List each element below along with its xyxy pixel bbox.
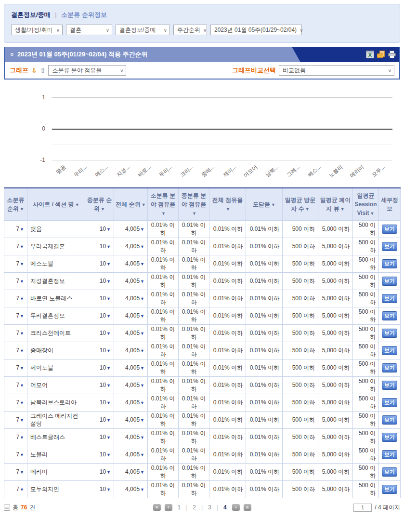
prev-page-button[interactable]: ‹ bbox=[164, 504, 172, 511]
rank-change-icon: ▼ bbox=[106, 383, 111, 388]
cell-session: 500 이하 bbox=[353, 446, 379, 464]
page-number-3[interactable]: 3 bbox=[207, 504, 213, 511]
cell-detail: 보기 bbox=[379, 238, 401, 255]
cell-session: 500 이하 bbox=[353, 255, 379, 273]
chevron-down-icon: ∨ bbox=[164, 27, 167, 33]
detail-view-button[interactable]: 보기 bbox=[382, 294, 397, 303]
rank-change-icon: ▼ bbox=[20, 470, 24, 475]
cell-pageviews: 5,000 이하 bbox=[318, 221, 353, 238]
cell-mid_share: 0.01% 이하 bbox=[179, 394, 209, 412]
cell-pageviews: 5,000 이하 bbox=[318, 307, 353, 325]
rank-change-icon: ▼ bbox=[106, 348, 111, 353]
detail-view-button[interactable]: 보기 bbox=[382, 381, 397, 390]
cell-site: 그레이스 메리지컨설팅 bbox=[27, 412, 85, 429]
detail-view-button[interactable]: 보기 bbox=[382, 242, 397, 251]
cell-sub_share: 0.01% 이하 bbox=[148, 238, 179, 255]
detail-view-button[interactable]: 보기 bbox=[382, 433, 397, 442]
category-select-value: 생활/가정/취미 bbox=[15, 26, 53, 34]
print-icon[interactable] bbox=[388, 51, 396, 58]
cell-visitors: 500 이하 bbox=[283, 377, 318, 394]
cell-rank: 7▼ bbox=[4, 412, 27, 429]
detail-view-button[interactable]: 보기 bbox=[382, 259, 397, 268]
cell-mid_share: 0.01% 이하 bbox=[179, 342, 209, 359]
cell-mid_rank: 10▼ bbox=[85, 412, 114, 429]
chevron-down-icon: ∨ bbox=[56, 27, 60, 33]
cell-rank: 7▼ bbox=[4, 377, 27, 394]
cell-site: 두리결혼정보 bbox=[27, 307, 85, 325]
cell-detail: 보기 bbox=[379, 221, 401, 238]
cell-detail: 보기 bbox=[379, 359, 401, 377]
cell-total_share: 0.01% 이하 bbox=[209, 429, 246, 446]
rank-change-icon: ▼ bbox=[106, 418, 111, 423]
first-page-button[interactable]: « bbox=[153, 504, 160, 511]
rank-change-icon: ▼ bbox=[106, 227, 111, 232]
cell-visitors: 500 이하 bbox=[283, 273, 318, 290]
cell-sub_share: 0.01% 이하 bbox=[148, 429, 179, 446]
detail-view-button[interactable]: 보기 bbox=[382, 277, 397, 286]
cell-mid_rank: 10▼ bbox=[85, 290, 114, 307]
cell-site: 에스노블 bbox=[27, 255, 85, 273]
last-page-button[interactable]: » bbox=[244, 504, 251, 511]
mail-icon[interactable] bbox=[377, 51, 385, 58]
page-number-input[interactable] bbox=[353, 504, 372, 512]
detail-view-button[interactable]: 보기 bbox=[382, 415, 397, 425]
detail-view-button[interactable]: 보기 bbox=[382, 467, 397, 477]
rank-change-icon: ▼ bbox=[20, 366, 24, 371]
sort-descending-icon[interactable]: ⇩ bbox=[31, 67, 37, 74]
detail-view-button[interactable]: 보기 bbox=[382, 485, 397, 494]
cell-rank: 7▼ bbox=[4, 221, 27, 238]
graph-compare-select[interactable]: 비교없음∨ bbox=[279, 65, 394, 76]
detail-view-button[interactable]: 보기 bbox=[382, 311, 397, 320]
week-select[interactable]: 2023년 01월 05주(01/29~02/04)∨ bbox=[210, 25, 302, 35]
detail-category-select[interactable]: 결혼정보/중매∨ bbox=[116, 25, 170, 35]
table-row: 7▼지성결혼정보10▼4,005▼0.01% 이하0.01% 이하0.01% 이… bbox=[4, 273, 401, 290]
column-header-rank[interactable]: 소분류 순위▼ bbox=[4, 188, 27, 221]
page-number-1[interactable]: 1 bbox=[176, 504, 182, 511]
table-row: 7▼두리결혼정보10▼4,005▼0.01% 이하0.01% 이하0.01% 이… bbox=[4, 307, 401, 325]
rank-change-icon: ▼ bbox=[106, 366, 111, 371]
subcategory-select[interactable]: 결혼∨ bbox=[66, 25, 112, 35]
cell-mid_rank: 10▼ bbox=[85, 307, 114, 325]
next-page-button[interactable]: › bbox=[232, 504, 240, 511]
cell-session: 500 이하 bbox=[353, 290, 379, 307]
sort-ascending-icon[interactable]: ⇧ bbox=[40, 67, 46, 74]
detail-view-button[interactable]: 보기 bbox=[382, 329, 397, 338]
cell-reach: 0.01% 이하 bbox=[246, 255, 283, 273]
excel-icon[interactable]: X bbox=[366, 51, 374, 58]
sort-arrow-icon: ▼ bbox=[305, 207, 310, 212]
cell-reach: 0.01% 이하 bbox=[246, 325, 283, 342]
cell-total_share: 0.01% 이하 bbox=[209, 221, 246, 238]
rank-change-icon: ▼ bbox=[20, 348, 24, 353]
detail-view-button[interactable]: 보기 bbox=[382, 225, 397, 234]
rank-change-icon: ▼ bbox=[20, 279, 24, 284]
cell-mid_rank: 10▼ bbox=[85, 359, 114, 377]
gridline bbox=[52, 145, 392, 145]
cell-rank: 7▼ bbox=[4, 429, 27, 446]
detail-view-button[interactable]: 보기 bbox=[382, 346, 397, 355]
cell-mid_rank: 10▼ bbox=[85, 325, 114, 342]
rank-change-icon: ▼ bbox=[140, 348, 144, 353]
cell-total_rank: 4,005▼ bbox=[114, 273, 148, 290]
cell-mid_share: 0.01% 이하 bbox=[179, 290, 209, 307]
page-separator: | bbox=[186, 504, 187, 511]
page-number-4[interactable]: 4 bbox=[222, 504, 228, 511]
cell-detail: 보기 bbox=[379, 342, 401, 359]
cell-rank: 7▼ bbox=[4, 394, 27, 412]
cell-rank: 7▼ bbox=[4, 307, 27, 325]
category-select[interactable]: 생활/가정/취미∨ bbox=[11, 25, 63, 35]
page-number-2[interactable]: 2 bbox=[191, 504, 197, 511]
cell-mid_share: 0.01% 이하 bbox=[179, 238, 209, 255]
period-select[interactable]: 주간순위∨ bbox=[173, 25, 207, 35]
detail-view-button[interactable]: 보기 bbox=[382, 450, 397, 459]
graph-metric-select[interactable]: 소분류 분야 점유율∨ bbox=[48, 65, 126, 76]
table-footer: 총 76 건 «‹1|2|3|4›» / 4 페이지 bbox=[4, 502, 400, 513]
cell-detail: 보기 bbox=[379, 290, 401, 307]
cell-rank: 7▼ bbox=[4, 446, 27, 464]
detail-view-button[interactable]: 보기 bbox=[382, 363, 397, 372]
cell-total_rank: 4,005▼ bbox=[114, 394, 148, 412]
cell-visitors: 500 이하 bbox=[283, 359, 318, 377]
cell-visitors: 500 이하 bbox=[283, 342, 318, 359]
detail-view-button[interactable]: 보기 bbox=[382, 398, 397, 407]
cell-reach: 0.01% 이하 bbox=[246, 412, 283, 429]
cell-reach: 0.01% 이하 bbox=[246, 394, 283, 412]
